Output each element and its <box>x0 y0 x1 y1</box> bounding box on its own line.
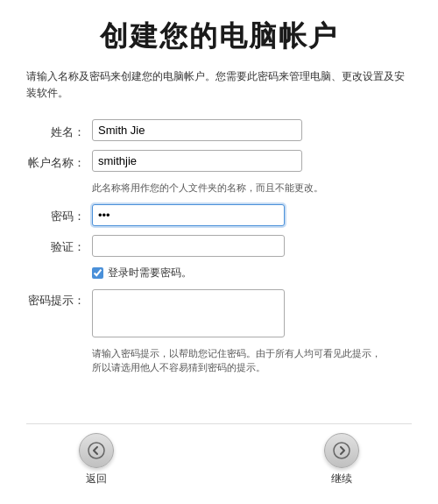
require-password-checkbox[interactable] <box>92 267 103 279</box>
back-circle <box>79 433 114 468</box>
svg-point-0 <box>88 443 104 458</box>
svg-point-1 <box>334 443 350 458</box>
description: 请输入名称及密码来创建您的电脑帐户。您需要此密码来管理电脑、更改设置及安装软件。 <box>26 68 412 102</box>
continue-circle <box>324 433 359 468</box>
password-label: 密码： <box>26 205 92 224</box>
continue-button[interactable]: 继续 <box>324 433 359 486</box>
verify-label: 验证： <box>26 236 92 255</box>
continue-icon <box>333 442 350 459</box>
account-label: 帐户名称： <box>26 152 92 171</box>
page-wrapper: 创建您的电脑帐户 请输入名称及密码来创建您的电脑帐户。您需要此密码来管理电脑、更… <box>0 0 438 504</box>
name-input[interactable] <box>92 119 302 141</box>
checkbox-label[interactable]: 登录时需要密码。 <box>108 266 192 280</box>
page-title: 创建您的电脑帐户 <box>26 18 412 56</box>
back-icon <box>88 442 105 459</box>
name-label: 姓名： <box>26 121 92 140</box>
back-label: 返回 <box>86 472 107 486</box>
verify-row: 验证： <box>26 235 412 257</box>
back-button[interactable]: 返回 <box>79 433 114 486</box>
account-input[interactable] <box>92 150 302 172</box>
checkbox-row: 登录时需要密码。 <box>92 266 412 280</box>
hint-label: 密码提示： <box>26 289 92 309</box>
account-row: 帐户名称： <box>26 150 412 172</box>
hint-note: 请输入密码提示，以帮助您记住密码。由于所有人均可看见此提示，所以请选用他人不容易… <box>92 346 390 375</box>
continue-label: 继续 <box>331 472 352 486</box>
hint-row: 密码提示： <box>26 289 412 337</box>
hint-input[interactable] <box>92 289 285 337</box>
verify-input[interactable] <box>92 235 285 257</box>
form-area: 姓名： 帐户名称： 此名称将用作您的个人文件夹的名称，而且不能更改。 密码： 验… <box>26 119 412 423</box>
footer: 返回 继续 <box>26 423 412 504</box>
name-row: 姓名： <box>26 119 412 141</box>
password-row: 密码： <box>26 204 412 226</box>
password-input[interactable] <box>92 204 285 226</box>
account-note: 此名称将用作您的个人文件夹的名称，而且不能更改。 <box>92 181 412 195</box>
